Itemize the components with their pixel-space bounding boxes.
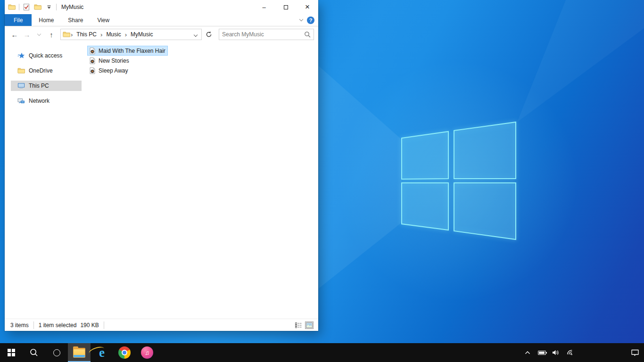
file-name: Maid With The Flaxen Hair (99, 48, 165, 54)
file-name: Sleep Away (99, 67, 128, 74)
window-title: MyMusic (61, 4, 83, 10)
status-bar: 3 items 1 item selected 190 KB (5, 319, 318, 331)
audio-file-icon (89, 47, 96, 55)
network-icon (17, 97, 25, 105)
search-icon (29, 348, 39, 357)
refresh-icon[interactable] (204, 29, 214, 40)
audio-file-icon (89, 57, 96, 65)
file-explorer-button[interactable] (68, 343, 91, 362)
status-separator (33, 321, 34, 329)
selection-count: 1 item selected (39, 322, 77, 329)
start-button[interactable] (0, 343, 23, 362)
hidden-icons-chevron-icon[interactable] (521, 343, 534, 362)
sidebar-item-quick-access[interactable]: Quick access (5, 50, 83, 61)
sidebar-item-onedrive[interactable]: OneDrive (5, 66, 83, 76)
window-body: Quick access OneDrive This PC (5, 42, 318, 319)
maximize-button[interactable] (275, 0, 297, 14)
sidebar-item-label: Quick access (29, 52, 62, 59)
view-switcher (294, 321, 314, 329)
properties-icon[interactable] (22, 3, 31, 11)
status-separator (104, 321, 104, 329)
cortana-button[interactable] (45, 343, 68, 362)
expand-ribbon-icon[interactable] (299, 17, 303, 21)
itunes-button[interactable]: ♫ (136, 343, 158, 362)
sidebar-item-this-pc[interactable]: This PC (11, 81, 82, 91)
onedrive-folder-icon (17, 67, 25, 74)
chrome-button[interactable] (113, 343, 136, 362)
up-button[interactable]: ↑ (46, 29, 57, 40)
ribbon-tab-bar: File Home Share View ? (5, 14, 318, 26)
file-list: Maid With The Flaxen Hair New Stories Sl… (83, 42, 318, 319)
itunes-icon: ♫ (141, 346, 153, 359)
customize-quick-access-icon[interactable] (45, 3, 53, 11)
volume-icon[interactable] (550, 343, 562, 362)
sidebar-item-network[interactable]: Network (5, 96, 83, 106)
folder-icon[interactable] (8, 3, 16, 11)
cortana-circle-icon (53, 349, 60, 356)
tab-view[interactable]: View (90, 14, 116, 26)
recent-locations-icon[interactable] (34, 29, 44, 40)
system-tray (521, 343, 644, 362)
forward-button[interactable]: → (22, 29, 32, 40)
breadcrumb-this-pc[interactable]: This PC (73, 31, 100, 38)
quick-access-star-icon (17, 52, 25, 59)
back-button[interactable]: ← (9, 29, 20, 40)
file-explorer-icon (73, 348, 85, 358)
large-icons-view-icon[interactable] (305, 321, 314, 329)
new-folder-icon[interactable] (33, 3, 42, 11)
tab-home[interactable]: Home (32, 14, 61, 26)
sidebar-item-label: This PC (29, 82, 49, 89)
battery-icon[interactable] (536, 343, 548, 362)
breadcrumb-mymusic[interactable]: MyMusic (127, 31, 156, 38)
file-explorer-window: MyMusic – × File Home Share View ? ← → ↑… (5, 0, 318, 331)
quick-access-toolbar (5, 3, 57, 11)
audio-file-icon (89, 67, 96, 74)
close-button[interactable]: × (297, 0, 318, 14)
toolbar-separator (56, 4, 57, 10)
sidebar-item-label: Network (29, 98, 50, 104)
action-center-icon[interactable] (629, 343, 641, 362)
file-item[interactable]: Sleep Away (87, 66, 131, 75)
this-pc-monitor-icon (17, 82, 25, 90)
windows-logo-icon (8, 349, 15, 356)
file-item[interactable]: Maid With The Flaxen Hair (87, 46, 168, 56)
internet-explorer-button[interactable]: e (91, 343, 113, 362)
sidebar-item-label: OneDrive (29, 67, 53, 74)
search-container (219, 29, 314, 40)
taskbar-search-button[interactable] (23, 343, 45, 362)
chrome-icon (118, 346, 131, 359)
breadcrumb-music[interactable]: Music (103, 31, 124, 38)
caption-buttons: – × (253, 0, 318, 14)
address-bar-row: ← → ↑ › This PC › Music › MyMusic (5, 26, 318, 42)
search-input[interactable] (222, 31, 304, 38)
minimize-button[interactable]: – (253, 0, 275, 14)
wifi-icon[interactable] (564, 343, 576, 362)
toolbar-separator (19, 4, 19, 10)
file-name: New Stories (99, 58, 129, 64)
folder-icon (63, 31, 70, 38)
file-item[interactable]: New Stories (87, 56, 132, 66)
tab-file[interactable]: File (5, 14, 32, 26)
address-dropdown-icon[interactable] (192, 31, 199, 38)
maximize-icon (284, 5, 288, 9)
details-view-icon[interactable] (294, 321, 303, 329)
item-count: 3 items (10, 322, 29, 329)
taskbar: e ♫ (0, 343, 644, 362)
tab-share[interactable]: Share (61, 14, 90, 26)
title-bar: MyMusic – × (5, 0, 318, 14)
search-icon[interactable] (304, 31, 311, 38)
selection-size: 190 KB (80, 322, 99, 329)
help-icon[interactable]: ? (307, 16, 314, 24)
address-bar[interactable]: › This PC › Music › MyMusic (60, 29, 202, 40)
navigation-pane: Quick access OneDrive This PC (5, 42, 83, 319)
